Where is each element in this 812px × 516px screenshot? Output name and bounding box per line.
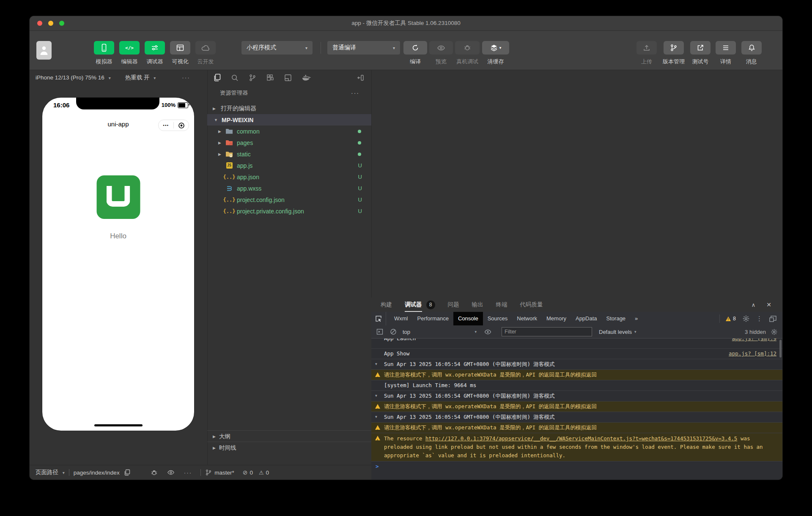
npm-build-icon[interactable]: [284, 74, 292, 82]
tab-memory[interactable]: Memory: [542, 312, 571, 325]
clear-cache-button[interactable]: ▾: [482, 41, 509, 55]
warnings-icon[interactable]: ⚠: [259, 470, 264, 476]
phone-simulator[interactable]: 16:06 100% uni-app ••• Hello: [42, 98, 194, 431]
console-filter-input[interactable]: [502, 327, 592, 336]
console-sidebar-icon[interactable]: [376, 328, 383, 335]
source-link[interactable]: app.js? [sm]:9: [732, 339, 776, 344]
tab-storage[interactable]: Storage: [602, 312, 631, 325]
test-account-button[interactable]: [690, 41, 710, 55]
git-branch-name[interactable]: master*: [214, 470, 234, 476]
devtools-window: app - 微信开发者工具 Stable 1.06.2310080 模拟器 </…: [30, 16, 782, 480]
tab-terminal[interactable]: 终端: [496, 298, 508, 312]
console-group-row[interactable]: ▼ Sun Apr 13 2025 16:05:54 GMT+0800 (中国标…: [371, 359, 782, 370]
log-levels-select[interactable]: Default levels ▾: [599, 329, 636, 335]
close-panel-icon[interactable]: ✕: [766, 301, 771, 308]
tree-item-app-wxss[interactable]: app.wxss U: [207, 183, 371, 194]
tab-problems[interactable]: 问题: [448, 298, 459, 312]
more-tabs-button[interactable]: »: [630, 312, 642, 325]
watch-status-icon[interactable]: [167, 470, 175, 475]
tab-build[interactable]: 构建: [381, 298, 392, 312]
tree-item-project-private-config[interactable]: {..} project.private.config.json U: [207, 205, 371, 217]
console-prompt[interactable]: >: [371, 461, 782, 472]
explorer-more-button[interactable]: ···: [351, 90, 359, 96]
tree-item-app-js[interactable]: JS app.js U: [207, 160, 371, 171]
tab-output[interactable]: 输出: [472, 298, 483, 312]
clear-console-icon[interactable]: [390, 328, 397, 335]
modified-dot-badge: [358, 141, 361, 145]
tab-debugger[interactable]: 调试器: [405, 298, 422, 312]
devtools-menu-icon[interactable]: ⋮: [756, 315, 763, 322]
tab-sources[interactable]: Sources: [483, 312, 513, 325]
context-select[interactable]: top ▾: [403, 329, 477, 335]
console-scrollbar[interactable]: [779, 340, 782, 358]
compile-mode-select[interactable]: 普通编译 ▾: [327, 41, 400, 55]
cloud-dev-button[interactable]: [195, 41, 216, 55]
tree-item-project-config[interactable]: {..} project.config.json U: [207, 194, 371, 205]
tree-item-common[interactable]: ▶ common: [207, 126, 371, 137]
message-button[interactable]: [741, 41, 762, 55]
warnings-count[interactable]: 0: [266, 470, 269, 476]
upload-button[interactable]: [636, 41, 657, 55]
editor-button[interactable]: </>: [119, 41, 140, 55]
errors-count[interactable]: 0: [250, 470, 253, 476]
tree-section-root[interactable]: ▼ MP-WEIXIN: [207, 114, 371, 126]
tree-item-app-json[interactable]: {..} app.json U: [207, 171, 371, 183]
dock-side-icon[interactable]: [769, 316, 776, 322]
extensions-icon[interactable]: [266, 74, 274, 82]
inspect-element-icon[interactable]: [371, 312, 386, 325]
hello-text: Hello: [42, 232, 194, 240]
compile-button[interactable]: [403, 41, 427, 55]
resource-url-link[interactable]: http://127.0.0.1:37974/appservice/__dev_…: [425, 435, 738, 442]
version-control-button[interactable]: [664, 41, 684, 55]
tab-network[interactable]: Network: [512, 312, 542, 325]
simulator-more-button[interactable]: ···: [182, 74, 190, 81]
user-avatar[interactable]: [36, 41, 52, 60]
statusbar-more-button[interactable]: ···: [184, 470, 192, 476]
device-selector[interactable]: iPhone 12/13 (Pro) 75% 16 ▾: [36, 74, 111, 81]
timeline-section[interactable]: ▶ 时间线: [207, 442, 371, 453]
tab-performance[interactable]: Performance: [413, 312, 453, 325]
outline-section[interactable]: ▶ 大纲: [207, 430, 371, 442]
console-group-row[interactable]: ▼ Sun Apr 13 2025 16:05:54 GMT+0800 (中国标…: [371, 412, 782, 423]
warning-counter[interactable]: 8: [719, 314, 736, 323]
close-target-icon[interactable]: [174, 122, 189, 129]
live-expression-icon[interactable]: [484, 329, 491, 335]
hot-reload-toggle[interactable]: 热重载 开 ▾: [125, 74, 156, 82]
tree-section-open-editors[interactable]: ▶ 打开的编辑器: [207, 103, 371, 114]
tab-code-quality[interactable]: 代码质量: [520, 298, 543, 312]
debug-status-icon[interactable]: [151, 469, 158, 476]
collapse-panel-icon[interactable]: ∧: [752, 302, 756, 308]
debugger-button[interactable]: [145, 41, 165, 55]
errors-icon[interactable]: ⊘: [243, 469, 248, 476]
detail-button[interactable]: [716, 41, 736, 55]
devtools-settings-icon[interactable]: [743, 315, 749, 322]
tab-appdata[interactable]: AppData: [571, 312, 602, 325]
simulator-button[interactable]: [94, 41, 114, 55]
tree-item-pages[interactable]: ▶ pages: [207, 137, 371, 148]
page-path-selector[interactable]: 页面路径 ▾: [36, 469, 65, 476]
tree-item-static[interactable]: ▶ static: [207, 148, 371, 160]
visualizer-button[interactable]: [170, 41, 190, 55]
files-icon[interactable]: [213, 74, 221, 82]
docker-icon[interactable]: [302, 74, 311, 81]
collapse-sidebar-icon[interactable]: [357, 74, 365, 81]
battery-indicator: 100%: [162, 102, 188, 108]
more-dots-icon[interactable]: •••: [159, 123, 173, 128]
tab-console[interactable]: Console: [453, 312, 483, 325]
copy-path-icon[interactable]: [124, 469, 130, 476]
statusbar-separator: [200, 469, 201, 476]
search-icon[interactable]: [231, 74, 239, 82]
preview-button[interactable]: [429, 41, 453, 55]
warning-icon: [726, 317, 731, 321]
mode-select[interactable]: 小程序模式 ▾: [241, 41, 313, 55]
console-settings-icon[interactable]: [771, 329, 777, 335]
capsule-menu[interactable]: •••: [158, 120, 189, 131]
console-log-list[interactable]: App Launch app.js? [sm]:9 App Show app.j…: [371, 339, 782, 480]
source-control-icon[interactable]: [249, 74, 256, 82]
tab-wxml[interactable]: Wxml: [390, 312, 413, 325]
remote-debug-label: 真机调试: [456, 58, 478, 66]
caret-down-icon: ▾: [634, 330, 636, 334]
source-link[interactable]: app.js? [sm]:12: [729, 349, 776, 359]
console-group-row[interactable]: ▼ Sun Apr 13 2025 16:05:54 GMT+0800 (中国标…: [371, 391, 782, 401]
remote-debug-button[interactable]: [455, 41, 480, 55]
